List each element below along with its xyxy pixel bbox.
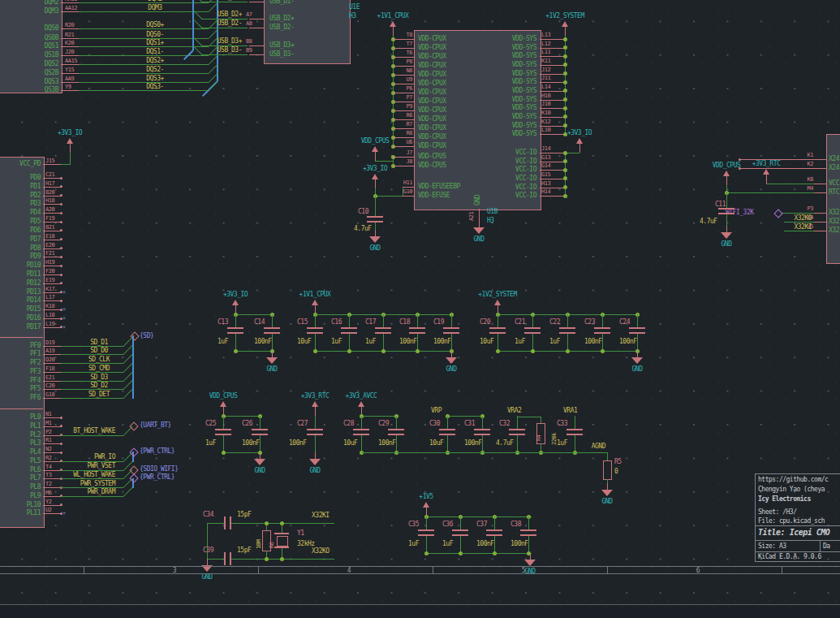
net-label[interactable]: DQS2- bbox=[120, 66, 190, 74]
capacitor-ref: C24 bbox=[619, 318, 630, 326]
net-label[interactable]: USB_D2- bbox=[203, 19, 242, 28]
power-label: +1V2_SYSTEM bbox=[478, 291, 516, 299]
resistor-value: 10M bbox=[255, 540, 263, 549]
net-label[interactable]: PWR_IO bbox=[63, 453, 115, 461]
hier-label-pwr-ctrl[interactable]: {PWR_CTRL} bbox=[140, 447, 174, 456]
junction-dot bbox=[563, 132, 567, 136]
wire[interactable] bbox=[207, 523, 224, 524]
crystal-body[interactable] bbox=[277, 536, 288, 547]
pin-name: DQS3 bbox=[6, 78, 58, 86]
wire[interactable] bbox=[207, 559, 224, 560]
agnd-rail[interactable] bbox=[361, 452, 607, 453]
net-label[interactable]: PWR_VSET bbox=[63, 462, 115, 470]
rtc-symbol-body[interactable] bbox=[826, 134, 840, 264]
rail[interactable] bbox=[235, 351, 272, 352]
resistor-ref: R4 bbox=[535, 435, 543, 441]
net-label-vra2[interactable]: VRA2 bbox=[507, 407, 521, 415]
wire[interactable] bbox=[782, 213, 814, 214]
net-label[interactable]: SD_D1 bbox=[75, 339, 123, 347]
wire[interactable] bbox=[201, 28, 248, 28]
net-label[interactable]: DQM2 bbox=[120, 0, 190, 3]
net-label[interactable]: SD_D3 bbox=[75, 374, 123, 382]
ref-designator[interactable]: U1B bbox=[487, 208, 498, 216]
rail[interactable] bbox=[223, 416, 260, 417]
wire[interactable] bbox=[565, 153, 579, 153]
capacitor-value: 10uF bbox=[429, 439, 443, 447]
gnd-icon bbox=[631, 357, 643, 364]
hier-label-sd[interactable]: {SD} bbox=[140, 332, 153, 340]
net-label[interactable]: USB_D3+ bbox=[203, 37, 242, 45]
net-label[interactable]: WL_HOST_WAKE bbox=[63, 471, 115, 479]
rail[interactable] bbox=[361, 416, 396, 417]
net-label-vrp[interactable]: VRP bbox=[431, 407, 442, 415]
net-label[interactable]: BT_HOST_WAKE bbox=[63, 427, 115, 435]
net-label[interactable]: DQS0+ bbox=[120, 21, 190, 29]
net-label[interactable]: USB_D3- bbox=[203, 46, 242, 54]
capacitor-value: 1uF bbox=[218, 338, 228, 346]
pin-number: H11 bbox=[388, 179, 412, 187]
rail[interactable] bbox=[426, 516, 532, 517]
capacitor-ref[interactable]: C39 bbox=[203, 547, 213, 555]
hier-label-sdio[interactable]: {SDIO_WIFI} bbox=[140, 465, 178, 473]
zone-number: 5 bbox=[519, 567, 528, 575]
resistor-r6[interactable] bbox=[262, 530, 271, 551]
hier-label-uart[interactable]: {UART_BT} bbox=[140, 421, 171, 430]
wire[interactable] bbox=[375, 223, 376, 230]
lead bbox=[494, 516, 495, 529]
rail[interactable] bbox=[223, 452, 260, 453]
rail[interactable] bbox=[426, 553, 532, 554]
pin-name: PD6 bbox=[0, 227, 41, 235]
junction-dot bbox=[234, 349, 238, 353]
pin-name: PF0 bbox=[0, 342, 41, 350]
wire[interactable] bbox=[766, 184, 814, 184]
wire[interactable] bbox=[201, 2, 248, 2]
wire[interactable] bbox=[375, 196, 403, 197]
net-label[interactable]: SD_D0 bbox=[75, 347, 123, 355]
wire[interactable] bbox=[70, 153, 71, 165]
resistor-r5[interactable] bbox=[603, 460, 612, 480]
net-label-x32ki[interactable]: X32KI bbox=[312, 512, 330, 520]
wire[interactable] bbox=[726, 192, 727, 208]
net-label[interactable]: SD_DET bbox=[75, 391, 123, 399]
net-label[interactable]: SD_D2 bbox=[75, 382, 123, 390]
wire[interactable] bbox=[201, 54, 248, 55]
ref-designator[interactable]: U1E bbox=[349, 3, 360, 11]
pin-name: QS0B bbox=[6, 34, 58, 42]
wire[interactable] bbox=[726, 192, 814, 193]
hier-label-pwr-ctrl[interactable]: {PWR_CTRL} bbox=[140, 473, 174, 482]
net-label[interactable]: DQM3 bbox=[120, 4, 190, 12]
resistor-r4[interactable] bbox=[536, 423, 545, 444]
capacitor-ref[interactable]: C10 bbox=[358, 208, 368, 216]
usb-bus[interactable] bbox=[192, 0, 194, 50]
rail[interactable] bbox=[517, 417, 541, 417]
net-label[interactable]: USB_D1- bbox=[203, 0, 242, 2]
rail[interactable] bbox=[447, 416, 482, 417]
capacitor-ref[interactable]: C34 bbox=[203, 511, 213, 519]
wire[interactable] bbox=[61, 164, 70, 165]
wire[interactable] bbox=[726, 214, 727, 226]
gnd-icon bbox=[369, 236, 381, 243]
net-label[interactable]: DQS1+ bbox=[120, 39, 190, 47]
net-label[interactable]: DQS2+ bbox=[120, 57, 190, 65]
net-label[interactable]: DQS0- bbox=[120, 31, 190, 39]
pin-name: PD13 bbox=[0, 288, 41, 296]
net-label-vra1[interactable]: VRA1 bbox=[563, 407, 577, 415]
net-label[interactable]: SD_CLK bbox=[75, 356, 123, 364]
net-label[interactable]: X32KO bbox=[779, 214, 812, 223]
net-label[interactable]: DQS1- bbox=[120, 48, 190, 56]
pin-name: QS2B bbox=[6, 69, 58, 77]
net-label-agnd[interactable]: AGND bbox=[568, 443, 605, 451]
net-label[interactable]: PWR_DRAM bbox=[63, 488, 115, 496]
net-label[interactable]: SD_CMD bbox=[75, 365, 123, 373]
net-label[interactable]: USB_D2+ bbox=[203, 11, 242, 19]
wire[interactable] bbox=[607, 452, 608, 460]
wire[interactable] bbox=[375, 196, 376, 216]
rail[interactable] bbox=[235, 314, 272, 315]
sd-bus[interactable] bbox=[132, 335, 134, 399]
net-label[interactable]: DQS3- bbox=[120, 83, 190, 91]
net-label[interactable]: X32KI bbox=[779, 223, 812, 231]
net-label[interactable]: DQS3+ bbox=[120, 75, 190, 83]
net-label[interactable]: PWR_SYSTEM bbox=[63, 480, 115, 488]
net-label-x32ko[interactable]: X32KO bbox=[312, 547, 330, 555]
wire[interactable] bbox=[61, 496, 123, 497]
